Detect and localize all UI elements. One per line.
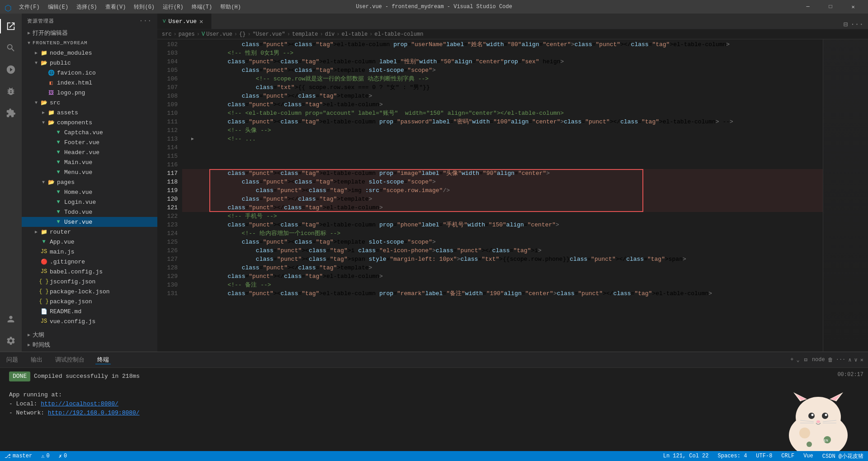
- components-label: components: [57, 119, 157, 126]
- git-branch[interactable]: ⎇ master: [0, 451, 37, 461]
- breadcrumb-braces[interactable]: {}: [239, 31, 245, 38]
- menu-help[interactable]: 帮助(H): [217, 2, 245, 12]
- tree-menu-vue[interactable]: ▼ Menu.vue: [22, 167, 157, 177]
- tree-main-js[interactable]: JS main.js: [22, 247, 157, 257]
- open-editors-section[interactable]: ▶ 打开的编辑器: [22, 28, 157, 38]
- menu-view[interactable]: 查看(V): [102, 2, 130, 12]
- breadcrumb-src[interactable]: src: [162, 31, 172, 38]
- problems-error[interactable]: ✗ 0: [54, 451, 71, 461]
- network-link[interactable]: http://192.168.0.109:8080/: [48, 409, 140, 416]
- panel-up-icon[interactable]: ∧: [848, 357, 851, 363]
- activity-settings[interactable]: [0, 330, 22, 352]
- tree-gitignore[interactable]: 🔴 .gitignore: [22, 257, 157, 267]
- menu-goto[interactable]: 转到(G): [130, 2, 158, 12]
- local-link[interactable]: http://localhost:8080/: [41, 400, 118, 407]
- breadcrumb-template[interactable]: template: [292, 31, 318, 38]
- split-terminal-icon[interactable]: ⊟: [802, 357, 809, 363]
- breadcrumb-el-table[interactable]: el-table: [342, 31, 368, 38]
- tree-logo-png[interactable]: 🖼 logo.png: [22, 88, 157, 98]
- gitignore-label: .gitignore: [50, 259, 157, 265]
- tree-header[interactable]: ▼ Header.vue: [22, 147, 157, 157]
- tab-terminal[interactable]: 终端: [95, 356, 111, 364]
- tree-main-vue[interactable]: ▼ Main.vue: [22, 157, 157, 167]
- indent-spaces[interactable]: Spaces: 4: [713, 451, 752, 461]
- problems-warning[interactable]: ⚠ 0: [37, 451, 54, 461]
- tree-index-html[interactable]: ◧ index.html: [22, 78, 157, 88]
- tree-footer[interactable]: ▼ Footer.vue: [22, 137, 157, 147]
- tab-output[interactable]: 输出: [29, 356, 44, 364]
- breadcrumb-src-label: src: [162, 31, 172, 38]
- tab-user-vue[interactable]: V User.vue ✕: [157, 14, 212, 29]
- tab-debug-console[interactable]: 调试控制台: [53, 356, 86, 364]
- breadcrumb-el-table-column[interactable]: el-table-column: [374, 31, 423, 38]
- language-mode[interactable]: Vue: [799, 451, 818, 461]
- tree-package-lock[interactable]: { } package-lock.json: [22, 287, 157, 296]
- outline-section: ▶ 大纲: [22, 330, 157, 340]
- tree-package-json[interactable]: { } package.json: [22, 296, 157, 306]
- tree-pages[interactable]: ▼ 📂 pages: [22, 177, 157, 187]
- breadcrumb-uservue-str[interactable]: "User.vue": [253, 31, 285, 38]
- menu-terminal[interactable]: 终端(T): [188, 2, 216, 12]
- more-actions-icon[interactable]: ···: [850, 20, 863, 28]
- tree-readme[interactable]: 📄 README.md: [22, 306, 157, 316]
- tree-vue-config[interactable]: JS vue.config.js: [22, 316, 157, 326]
- public-folder-icon: 📂: [40, 59, 48, 67]
- menu-edit[interactable]: 编辑(E): [44, 2, 72, 12]
- tree-login[interactable]: ▼ Login.vue: [22, 197, 157, 207]
- tree-user-vue[interactable]: ▼ User.vue: [22, 217, 157, 227]
- activity-search[interactable]: [0, 37, 22, 59]
- minimize-button[interactable]: ─: [797, 0, 818, 14]
- breadcrumb-user-vue[interactable]: V User.vue: [202, 31, 232, 38]
- panel-dropdown-icon[interactable]: ⌄: [796, 357, 799, 363]
- menu-run[interactable]: 运行(R): [159, 2, 187, 12]
- encoding[interactable]: UTF-8: [751, 451, 777, 461]
- tree-assets[interactable]: ▶ 📁 assets: [22, 108, 157, 118]
- tree-node-modules[interactable]: ▶ 📁 node_modules: [22, 48, 157, 58]
- tree-jsconfig[interactable]: { } jsconfig.json: [22, 277, 157, 287]
- breadcrumb-div[interactable]: div: [325, 31, 335, 38]
- tree-public[interactable]: ▼ 📂 public: [22, 58, 157, 68]
- tree-src[interactable]: ▼ 📂 src: [22, 98, 157, 108]
- breadcrumb-pages[interactable]: pages: [179, 31, 195, 38]
- router-folder-icon: 📁: [40, 228, 48, 236]
- tree-babel-config[interactable]: JS babel.config.js: [22, 267, 157, 277]
- tab-problems[interactable]: 问题: [5, 356, 20, 364]
- maximize-button[interactable]: □: [820, 0, 841, 14]
- cursor-position[interactable]: Ln 121, Col 22: [659, 451, 713, 461]
- code-line-115: [182, 152, 823, 160]
- timeline-toggle[interactable]: ▶ 时间线: [22, 340, 157, 350]
- outline-toggle[interactable]: ▶ 大纲: [22, 330, 157, 340]
- tree-todo[interactable]: ▼ Todo.vue: [22, 207, 157, 217]
- tree-components[interactable]: ▼ 📂 components: [22, 118, 157, 127]
- panel-close-icon[interactable]: ✕: [860, 357, 863, 363]
- more-terminal-icon[interactable]: ···: [836, 357, 846, 363]
- tab-close-button[interactable]: ✕: [199, 18, 203, 25]
- sidebar-more-icon[interactable]: ···: [139, 17, 152, 24]
- activity-explorer[interactable]: [0, 15, 22, 37]
- code-editor[interactable]: 1021031041051061071081091101111121131141…: [157, 39, 868, 352]
- menu-select[interactable]: 选择(S): [73, 2, 101, 12]
- tree-captcha[interactable]: ▼ Captcha.vue: [22, 127, 157, 137]
- menu-file[interactable]: 文件(F): [15, 2, 43, 12]
- tree-router[interactable]: ▶ 📁 router: [22, 227, 157, 237]
- kill-terminal-icon[interactable]: 🗑: [828, 357, 833, 363]
- code-content[interactable]: class="punct"><class="tag">el-table-colu…: [182, 39, 823, 352]
- svg-point-9: [825, 414, 827, 416]
- line-number-120: 120: [157, 195, 178, 203]
- code-text-121: class="punct"></: [199, 203, 284, 212]
- tree-root[interactable]: ▼ FRONTEND_MYDREAM: [22, 38, 157, 48]
- line-number-122: 122: [157, 212, 178, 221]
- panel-down-icon[interactable]: ∨: [854, 357, 858, 363]
- tree-app-vue[interactable]: ▼ App.vue: [22, 237, 157, 247]
- activity-debug[interactable]: [0, 80, 22, 102]
- activity-extensions[interactable]: [0, 102, 22, 124]
- activity-account[interactable]: [0, 308, 22, 330]
- activity-git[interactable]: [0, 59, 22, 80]
- close-button[interactable]: ✕: [843, 0, 863, 14]
- tree-favicon[interactable]: 🌐 favicon.ico: [22, 68, 157, 78]
- split-editor-icon[interactable]: ⊟: [844, 20, 848, 29]
- new-terminal-icon[interactable]: +: [790, 357, 793, 363]
- tree-home[interactable]: ▼ Home.vue: [22, 187, 157, 197]
- open-editors-label: 打开的编辑器: [33, 29, 157, 37]
- line-ending[interactable]: CRLF: [777, 451, 799, 461]
